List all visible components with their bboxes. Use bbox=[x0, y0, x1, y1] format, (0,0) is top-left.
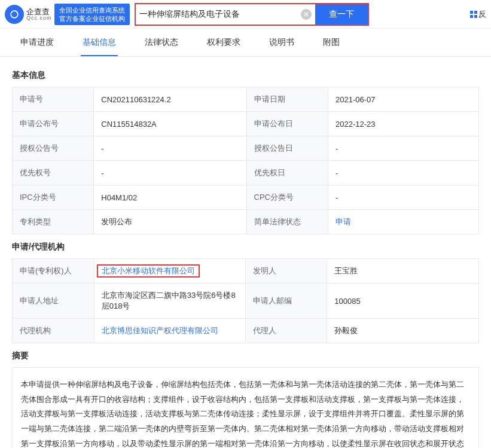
value-agent: 孙毅俊 bbox=[327, 319, 479, 343]
tab-legal-status[interactable]: 法律状态 bbox=[130, 29, 193, 56]
value-priority-number: - bbox=[94, 161, 246, 185]
logo[interactable]: 企查查 Qcc.com bbox=[5, 5, 52, 24]
table-row: 申请公布号 CN115514832A 申请公布日 2022-12-23 bbox=[13, 112, 479, 136]
table-row: 代理机构 北京博思佳知识产权代理有限公司 代理人 孙毅俊 bbox=[13, 319, 479, 343]
table-row: 授权公告号 - 授权公告日 - bbox=[13, 136, 479, 161]
label-priority-date: 优先权日 bbox=[246, 161, 328, 185]
tab-description[interactable]: 说明书 bbox=[255, 29, 309, 56]
value-priority-date: - bbox=[328, 161, 479, 185]
header-right[interactable]: 反 bbox=[470, 9, 486, 20]
tabs: 申请进度 基础信息 法律状态 权利要求 说明书 附图 bbox=[0, 29, 491, 57]
tab-drawings[interactable]: 附图 bbox=[309, 29, 354, 56]
label-app-date: 申请日期 bbox=[246, 87, 328, 112]
value-agency-link[interactable]: 北京博思佳知识产权代理有限公司 bbox=[102, 326, 218, 335]
value-cpc: - bbox=[328, 185, 479, 210]
label-ipc: IPC分类号 bbox=[13, 185, 94, 210]
label-agent: 代理人 bbox=[245, 319, 327, 343]
value-grant-number: - bbox=[94, 136, 246, 161]
value-grant-date: - bbox=[328, 136, 479, 161]
value-applicant-zip: 100085 bbox=[327, 284, 479, 319]
label-grant-date: 授权公告日 bbox=[246, 136, 328, 161]
label-priority-number: 优先权号 bbox=[13, 161, 94, 185]
value-patent-type: 发明公布 bbox=[94, 210, 246, 234]
logo-text-en: Qcc.com bbox=[26, 16, 52, 21]
value-app-number: CN202110631224.2 bbox=[94, 87, 246, 112]
table-row: 申请号 CN202110631224.2 申请日期 2021-06-07 bbox=[13, 87, 479, 112]
value-inventor: 王宝胜 bbox=[327, 259, 479, 284]
label-pub-date: 申请公布日 bbox=[246, 112, 328, 136]
search-button[interactable]: 查一下 bbox=[315, 4, 368, 25]
value-pub-date: 2022-12-23 bbox=[328, 112, 479, 136]
search-input[interactable] bbox=[139, 10, 312, 19]
label-applicant-zip: 申请人邮编 bbox=[245, 284, 327, 319]
label-applicant-address: 申请人地址 bbox=[13, 284, 94, 319]
label-legal-status: 简单法律状态 bbox=[246, 210, 328, 234]
label-agency: 代理机构 bbox=[13, 319, 94, 343]
value-applicant-link[interactable]: 北京小米移动软件有限公司 bbox=[102, 266, 195, 275]
table-row: 优先权号 - 优先权日 - bbox=[13, 161, 479, 185]
value-app-date: 2021-06-07 bbox=[328, 87, 479, 112]
slogan: 全国企业信用查询系统 官方备案企业征信机构 bbox=[54, 4, 130, 25]
section-title-abstract: 摘要 bbox=[12, 351, 479, 361]
clear-icon[interactable]: ✕ bbox=[301, 9, 312, 20]
table-row: IPC分类号 H04M1/02 CPC分类号 - bbox=[13, 185, 479, 210]
label-applicant: 申请(专利权)人 bbox=[13, 259, 94, 284]
abstract-text: 本申请提供一种伸缩屏结构及电子设备，伸缩屏结构包括壳体，包括第一壳体和与第一壳体… bbox=[12, 367, 479, 448]
value-applicant-address: 北京市海淀区西二旗中路33号院6号楼8层018号 bbox=[94, 284, 245, 319]
label-inventor: 发明人 bbox=[245, 259, 327, 284]
section-title-basic: 基本信息 bbox=[12, 70, 479, 81]
table-row: 申请(专利权)人 北京小米移动软件有限公司 发明人 王宝胜 bbox=[13, 259, 479, 284]
logo-text-cn: 企查查 bbox=[26, 8, 52, 16]
table-row: 专利类型 发明公布 简单法律状态 申请 bbox=[13, 210, 479, 234]
label-cpc: CPC分类号 bbox=[246, 185, 328, 210]
section-title-agency: 申请/代理机构 bbox=[12, 242, 479, 252]
table-row: 申请人地址 北京市海淀区西二旗中路33号院6号楼8层018号 申请人邮编 100… bbox=[13, 284, 479, 319]
header: 企查查 Qcc.com 全国企业信用查询系统 官方备案企业征信机构 ✕ 查一下 … bbox=[0, 0, 491, 29]
value-pub-number: CN115514832A bbox=[94, 112, 246, 136]
tab-progress[interactable]: 申请进度 bbox=[6, 29, 68, 56]
tab-basic-info[interactable]: 基础信息 bbox=[68, 29, 130, 56]
label-patent-type: 专利类型 bbox=[13, 210, 94, 234]
tab-claims[interactable]: 权利要求 bbox=[193, 29, 255, 56]
value-legal-status-link[interactable]: 申请 bbox=[336, 217, 351, 226]
label-grant-number: 授权公告号 bbox=[13, 136, 94, 161]
basic-info-table: 申请号 CN202110631224.2 申请日期 2021-06-07 申请公… bbox=[12, 87, 479, 234]
value-ipc: H04M1/02 bbox=[94, 185, 246, 210]
search-box: ✕ 查一下 bbox=[135, 3, 369, 26]
grid-icon bbox=[470, 11, 477, 18]
agency-table: 申请(专利权)人 北京小米移动软件有限公司 发明人 王宝胜 申请人地址 北京市海… bbox=[12, 258, 479, 343]
label-app-number: 申请号 bbox=[13, 87, 94, 112]
logo-icon bbox=[5, 5, 24, 24]
label-pub-number: 申请公布号 bbox=[13, 112, 94, 136]
